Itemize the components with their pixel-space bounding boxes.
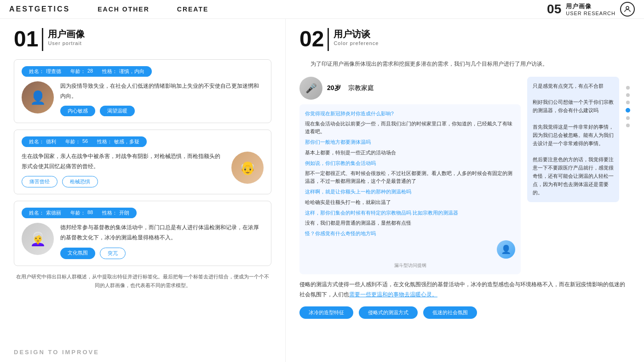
- chat-a5: 没有，我们都是用普通的测温器，显然都有点怪: [305, 219, 515, 227]
- card-3-name-label: 姓名：索德丽: [29, 209, 61, 216]
- card-2-description: 生在战争国家，亲人在战争中被杀害，对战争有阴影，对枪械恐惧，而枪指额头的形式会使…: [22, 152, 225, 171]
- right-panel: 02 用户访谈 Color preference 为了印证用户画像所体现出的需求…: [285, 19, 644, 362]
- card-1-personality-label: 性格：谨慎，内向: [102, 68, 144, 75]
- card-3-age-label: 年龄：88: [70, 209, 93, 216]
- main-content: 01 用户画像 User portrait 姓名：理查德 年龄：28 性格：谨慎…: [0, 19, 644, 362]
- response-panel: 只是感觉有点突兀，有点不合群 刚好我们公司想做一个关于你们宗教的测温器，你会有什…: [527, 77, 619, 203]
- card-1-header: 姓名：理查德 年龄：28 性格：谨慎，内向: [22, 66, 152, 77]
- interview-area: 🎤 20岁 宗教家庭 你觉得现在新冠肺炎对你造成什么影响? 现在集会活动会比以前…: [299, 77, 630, 274]
- tag-gun-fear: 枪械恐惧: [62, 176, 98, 187]
- card-1-content: 因为疫情导致失业，在社会人们低迷的情绪影响加上失业的不安使自己更加迷惘和内向。 …: [60, 81, 264, 116]
- dot-5[interactable]: [626, 116, 630, 120]
- interviewee-avatar: 🎤: [299, 77, 322, 100]
- tag-culture-atmosphere: 文化氛围: [60, 248, 95, 259]
- avatar-1: 👤: [22, 81, 54, 113]
- card-1-name-label: 姓名：理查德: [29, 68, 61, 75]
- card-3-body: 👩‍🦳 德邦经常参与基督教的集体活动中，而门口总是有人进行体温检测和记录，在浓厚…: [22, 223, 264, 259]
- interviewee-details: 20岁 宗教家庭: [327, 84, 374, 92]
- user-icon[interactable]: [620, 2, 635, 17]
- card-2-content: 生在战争国家，亲人在战争中被杀害，对战争有阴影，对枪械恐惧，而枪指额头的形式会使…: [22, 152, 225, 187]
- interviewee-type: 宗教家庭: [348, 84, 374, 91]
- chat-label: 漏斗型访问提纲: [305, 262, 515, 269]
- card-3-description: 德邦经常参与基督教的集体活动中，而门口总是有人进行体温检测和记录，在浓厚的基督教…: [60, 223, 264, 243]
- right-title-cn: 用户访谈: [334, 28, 379, 40]
- bottom-tag-1: 冰冷的造型特征: [299, 306, 353, 319]
- chat-a3: 那不一定都很正式、有时候会很放松，不过社区都要测。看人数吧，人多的时候会有固定的…: [305, 170, 515, 185]
- nav-each-other[interactable]: EACH OTHER: [98, 6, 150, 13]
- header-title-block: 用户画像 USER RESEARCH: [566, 2, 615, 16]
- interviewee-age: 20岁: [327, 84, 341, 91]
- right-title-bar: [328, 28, 329, 51]
- card-2-header: 姓名：德利 年龄：56 性格：敏感，多疑: [22, 136, 147, 147]
- interviewer-row: 👤: [305, 240, 515, 259]
- response-line-1: 只是感觉有点突兀，有点不合群: [533, 82, 614, 90]
- tag-desire-warmth: 渴望温暖: [100, 106, 135, 116]
- interviewer-avatar: 👤: [497, 240, 515, 259]
- card-2-body: 生在战争国家，亲人在战争中被杀害，对战争有阴影，对枪械恐惧，而枪指额头的形式会使…: [22, 152, 264, 187]
- section-number: 05: [547, 2, 561, 17]
- chat-q6: 怪？你感觉有什么奇怪的地方吗: [305, 230, 515, 238]
- card-1-tags: 内心敏感 渴望温暖: [60, 106, 264, 116]
- interviewee-info: 🎤 20岁 宗教家庭: [299, 77, 521, 100]
- right-title-text: 用户访谈 Color preference: [334, 28, 379, 46]
- dot-1[interactable]: [626, 86, 630, 90]
- chat-q4: 这样啊，就是让你额头上一枪的那种的测温枪吗: [305, 188, 515, 196]
- card-3-tags: 文化氛围 突兀: [60, 248, 264, 259]
- chat-a2: 基本上都要，特别是一些正式的活动场合: [305, 149, 515, 157]
- chat-panel: 你觉得现在新冠肺炎对你造成什么影响? 现在集会活动会比以前要少一些，而且我们出门…: [299, 104, 521, 274]
- footer-text: DESIGN TO IMPROVE: [14, 349, 99, 356]
- header: AESTGETICS EACH OTHER CREATE 05 用户画像 USE…: [0, 0, 644, 19]
- response-line-4: 然后要注意色的方的话，我觉得要注意一下不要跟医疗产品就行，感觉很奇怪，还有可能会…: [533, 156, 614, 197]
- left-section-num: 01: [14, 28, 38, 50]
- summary-text: 侵略的测温方式使得一些人感到不适，在文化氛围强烈的基督活动中，冰冷的造型感也会与…: [299, 280, 630, 300]
- tag-past-pain: 痛苦曾经: [22, 176, 58, 187]
- dot-2[interactable]: [626, 93, 630, 97]
- left-title-text: 用户画像 User portrait: [48, 28, 85, 46]
- dot-6[interactable]: [626, 124, 630, 127]
- user-card-3: 姓名：索德丽 年龄：88 性格：开朗 👩‍🦳 德邦经常参与基督教的集体活动中，而…: [14, 201, 271, 266]
- header-title-cn: 用户画像: [566, 2, 615, 11]
- brand-logo: AESTGETICS: [9, 5, 70, 13]
- chat-a4: 哈哈确实是往额头打一枪，就刷出温了: [305, 198, 515, 206]
- card-1-age-label: 年龄：28: [70, 68, 93, 75]
- left-title-en: User portrait: [48, 40, 85, 46]
- chat-q3: 例如说，你们宗教的集会活动吗: [305, 159, 515, 167]
- dot-3[interactable]: [626, 101, 630, 104]
- response-line-3: 首先我觉得这是一件非常好的事情，因为我们总会被忽略。能有人为我们去设计是一个非常…: [533, 123, 614, 148]
- card-2-age-label: 年龄：56: [65, 138, 88, 145]
- avatar-3: 👩‍🦳: [22, 223, 54, 255]
- header-title-en: USER RESEARCH: [566, 11, 615, 16]
- bottom-tags: 冰冷的造型特征 侵略式的测温方式 低迷的社会氛围: [299, 306, 630, 319]
- header-left: AESTGETICS EACH OTHER CREATE: [9, 5, 208, 13]
- card-1-description: 因为疫情导致失业，在社会人们低迷的情绪影响加上失业的不安使自己更加迷惘和内向。: [60, 81, 264, 101]
- left-panel: 01 用户画像 User portrait 姓名：理查德 年龄：28 性格：谨慎…: [0, 19, 285, 362]
- intro-text: 为了印证用户画像所体现出的需求和挖掘更多潜在的需求，我们与几个目标用户进行了用户…: [299, 59, 630, 69]
- tag-inner-sensitive: 内心敏感: [60, 106, 95, 116]
- right-title-en: Color preference: [334, 40, 379, 46]
- card-2-tags: 痛苦曾经 枪械恐惧: [22, 176, 225, 187]
- nav-create[interactable]: CREATE: [177, 6, 209, 13]
- dot-4-active[interactable]: [626, 108, 630, 113]
- user-card-1: 姓名：理查德 年龄：28 性格：谨慎，内向 👤 因为疫情导致失业，在社会人们低迷…: [14, 59, 271, 123]
- chat-q1: 你觉得现在新冠肺炎对你造成什么影响?: [305, 110, 515, 118]
- card-3-header: 姓名：索德丽 年龄：88 性格：开朗: [22, 208, 137, 218]
- summary-highlight: 需要一些更温和的事物去温暖心灵。: [349, 292, 437, 297]
- avatar-2: 👴: [231, 152, 264, 184]
- card-2-name-label: 姓名：德利: [29, 138, 56, 145]
- svg-point-0: [626, 6, 629, 9]
- card-3-content: 德邦经常参与基督教的集体活动中，而门口总是有人进行体温检测和记录，在浓厚的基督教…: [60, 223, 264, 259]
- left-section-title: 01 用户画像 User portrait: [14, 28, 271, 51]
- right-section-title: 02 用户访谈 Color preference: [299, 28, 630, 51]
- bottom-note: 在用户研究中得出目标人群概述，从中提取出特征并进行标签化。最后把每一个标签去进行…: [14, 272, 271, 291]
- card-1-body: 👤 因为疫情导致失业，在社会人们低迷的情绪影响加上失业的不安使自己更加迷惘和内向…: [22, 81, 264, 116]
- right-section-num: 02: [299, 28, 324, 50]
- bottom-tag-3: 低迷的社会氛围: [423, 306, 477, 319]
- card-2-personality-label: 性格：敏感，多疑: [97, 138, 139, 145]
- tag-abrupt: 突兀: [100, 248, 126, 259]
- chat-a1: 现在集会活动会比以前要少一些，而且我们出门的时候家里口罩，你知道的，已经戴久了有…: [305, 120, 515, 136]
- interview-left: 🎤 20岁 宗教家庭 你觉得现在新冠肺炎对你造成什么影响? 现在集会活动会比以前…: [299, 77, 521, 274]
- response-line-2: 刚好我们公司想做一个关于你们宗教的测温器，你会有什么建议吗: [533, 98, 614, 115]
- title-bar: [42, 28, 43, 51]
- chat-q5: 这样，那你们集会的时候有有特定的宗教物品吗 比如宗教用的测温器: [305, 209, 515, 217]
- user-card-2: 姓名：德利 年龄：56 性格：敏感，多疑 生在战争国家，亲人在战争中被杀害，对战…: [14, 130, 271, 194]
